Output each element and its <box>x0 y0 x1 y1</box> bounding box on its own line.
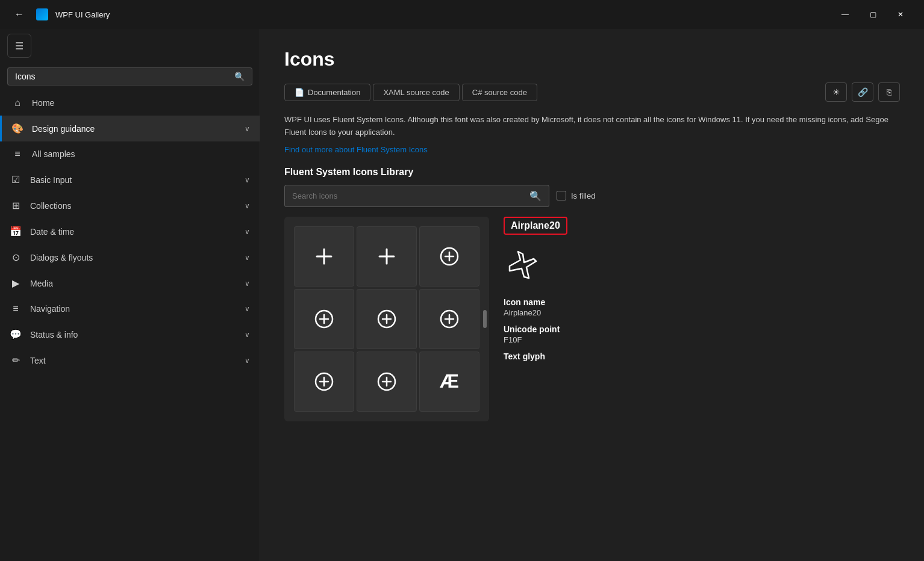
chevron-down-icon: ∨ <box>245 176 250 184</box>
icon-detail-panel: Airplane20 Icon name Airplane20 Unicode … <box>489 217 900 421</box>
icon-cell-add2[interactable] <box>357 226 417 287</box>
icon-cell-add-circle2[interactable] <box>294 289 354 349</box>
icon-grid-container: Æ <box>284 217 489 421</box>
tab-documentation[interactable]: 📄 Documentation <box>284 84 370 101</box>
add-circle-icon <box>437 307 461 331</box>
copy-link-icon: ⎘ <box>887 87 891 97</box>
sidebar-item-media[interactable]: ▶ Media ∨ <box>0 270 260 296</box>
is-filled-label[interactable]: Is filled <box>557 191 595 200</box>
add-circle-icon <box>375 370 399 394</box>
sidebar-search-box[interactable]: 🔍 <box>7 67 252 85</box>
navigation-icon: ≡ <box>10 303 22 314</box>
copy-link-button[interactable]: ⎘ <box>878 82 900 102</box>
sidebar-item-label: Navigation <box>30 304 236 314</box>
icon-cell-ae[interactable]: Æ <box>419 352 479 412</box>
chevron-down-icon: ∨ <box>245 279 250 288</box>
icon-cell-add-circle6[interactable] <box>357 352 417 412</box>
all-samples-icon: ≡ <box>11 149 23 160</box>
icon-name-value: Airplane20 <box>504 308 885 317</box>
hamburger-button[interactable]: ☰ <box>7 34 31 58</box>
icon-cell-add-circle5[interactable] <box>294 352 354 412</box>
icons-search-input[interactable] <box>292 191 525 200</box>
sidebar: ☰ 🔍 ⌂ Home 🎨 Design guidance ∨ ≡ All sam… <box>0 29 260 561</box>
titlebar: ← WPF UI Gallery — ▢ ✕ <box>0 0 924 29</box>
sidebar-item-collections[interactable]: ⊞ Collections ∨ <box>0 193 260 219</box>
icon-name-row: Icon name Airplane20 <box>504 297 885 317</box>
sidebar-item-date-time[interactable]: 📅 Date & time ∨ <box>0 219 260 244</box>
add-circle-icon <box>312 307 336 331</box>
text-icon: ✏ <box>10 355 22 366</box>
icon-cell-add-circle3[interactable] <box>357 289 417 349</box>
tab-xaml-source[interactable]: XAML source code <box>373 84 459 101</box>
unicode-point-row: Unicode point F10F <box>504 324 885 344</box>
sidebar-item-label: Collections <box>30 201 236 211</box>
doc-icon: 📄 <box>295 88 304 97</box>
sidebar-search-input[interactable] <box>15 72 229 81</box>
page-title: Icons <box>284 48 900 70</box>
add-circle-icon <box>312 370 336 394</box>
design-guidance-icon: 🎨 <box>11 123 23 134</box>
chevron-down-icon: ∨ <box>245 356 250 365</box>
search-icon: 🔍 <box>234 72 245 81</box>
sidebar-item-label: Media <box>30 279 236 288</box>
description-text: WPF UI uses Fluent System Icons. Althoug… <box>284 114 900 139</box>
collections-icon: ⊞ <box>10 200 22 211</box>
icon-cell-add-circle1[interactable] <box>419 226 479 287</box>
search-icon: 🔍 <box>529 190 542 202</box>
chevron-down-icon: ∨ <box>245 202 250 210</box>
sidebar-item-label: Design guidance <box>32 124 236 134</box>
unicode-value: F10F <box>504 335 885 344</box>
home-icon: ⌂ <box>11 98 23 108</box>
sidebar-item-label: Text <box>30 356 236 365</box>
icons-search-bar: 🔍 Is filled <box>284 185 900 207</box>
sidebar-item-label: Status & info <box>30 330 236 339</box>
plus-icon <box>375 244 399 268</box>
sidebar-item-home[interactable]: ⌂ Home <box>0 90 260 116</box>
sidebar-item-status-info[interactable]: 💬 Status & info ∨ <box>0 321 260 347</box>
window-controls: — ▢ ✕ <box>831 5 914 24</box>
fluent-icons-link[interactable]: Find out more about Fluent System Icons <box>284 145 428 154</box>
text-glyph-row: Text glyph <box>504 352 885 361</box>
link-button[interactable]: 🔗 <box>852 82 873 102</box>
link-icon: 🔗 <box>858 87 868 97</box>
minimize-button[interactable]: — <box>831 5 859 24</box>
dialogs-icon: ⊙ <box>10 252 22 263</box>
basic-input-icon: ☑ <box>10 174 22 185</box>
content-area: Icons 📄 Documentation XAML source code C… <box>260 29 924 561</box>
sidebar-item-all-samples[interactable]: ≡ All samples <box>0 141 260 167</box>
library-section-title: Fluent System Icons Library <box>284 167 900 178</box>
text-glyph-label: Text glyph <box>504 352 885 361</box>
theme-toggle-button[interactable]: ☀ <box>825 82 847 102</box>
maximize-button[interactable]: ▢ <box>859 5 887 24</box>
chevron-down-icon: ∨ <box>245 228 250 236</box>
back-button[interactable]: ← <box>10 5 29 24</box>
sidebar-item-text[interactable]: ✏ Text ∨ <box>0 347 260 373</box>
sidebar-item-design-guidance[interactable]: 🎨 Design guidance ∨ <box>0 116 260 141</box>
sidebar-item-label: Dialogs & flyouts <box>30 253 236 262</box>
sidebar-item-dialogs-flyouts[interactable]: ⊙ Dialogs & flyouts ∨ <box>0 244 260 270</box>
tab-bar: 📄 Documentation XAML source code C# sour… <box>284 82 900 102</box>
is-filled-checkbox[interactable] <box>557 191 566 200</box>
plus-icon <box>312 244 336 268</box>
icons-search-box[interactable]: 🔍 <box>284 185 549 207</box>
chevron-down-icon: ∨ <box>245 330 250 339</box>
sidebar-item-navigation[interactable]: ≡ Navigation ∨ <box>0 296 260 321</box>
close-button[interactable]: ✕ <box>887 5 914 24</box>
icon-cell-add-circle4[interactable] <box>419 289 479 349</box>
sidebar-item-label: Home <box>32 98 250 108</box>
sidebar-item-basic-input[interactable]: ☑ Basic Input ∨ <box>0 167 260 193</box>
status-icon: 💬 <box>10 329 22 340</box>
chevron-down-icon: ∨ <box>245 125 250 133</box>
airplane-preview-icon <box>504 247 542 285</box>
icon-cell-add1[interactable] <box>294 226 354 287</box>
sidebar-item-label: Basic Input <box>30 175 236 185</box>
media-icon: ▶ <box>10 277 22 289</box>
theme-icon: ☀ <box>832 87 840 97</box>
add-circle-icon <box>437 244 461 268</box>
app-body: ☰ 🔍 ⌂ Home 🎨 Design guidance ∨ ≡ All sam… <box>0 29 924 561</box>
tab-csharp-source[interactable]: C# source code <box>462 84 537 101</box>
sidebar-item-label: Date & time <box>30 227 236 237</box>
scrollbar-indicator <box>483 310 487 328</box>
icon-preview <box>504 247 885 285</box>
chevron-down-icon: ∨ <box>245 305 250 313</box>
